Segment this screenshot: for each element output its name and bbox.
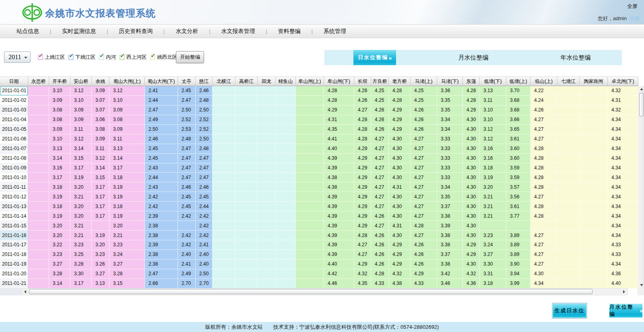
value-cell[interactable]: 4.29 <box>389 260 411 269</box>
value-cell[interactable] <box>213 105 235 115</box>
nav-item-1[interactable]: 站点信息 <box>6 28 50 35</box>
value-cell[interactable]: 3.33 <box>437 134 463 144</box>
value-cell[interactable]: 2.38 <box>145 260 178 269</box>
value-cell[interactable]: 4.35 <box>324 125 354 134</box>
date-cell[interactable]: 2011-01-08 <box>0 154 28 163</box>
value-cell[interactable]: 3.13 <box>92 279 109 289</box>
value-cell[interactable]: 3.16 <box>480 144 506 154</box>
date-cell[interactable]: 2011-01-12 <box>0 192 28 202</box>
value-cell[interactable] <box>28 279 49 289</box>
value-cell[interactable]: 4.29 <box>354 182 371 192</box>
value-cell[interactable]: 3.21 <box>109 231 145 240</box>
value-cell[interactable]: 3.06 <box>92 115 109 125</box>
value-cell[interactable]: 4.26 <box>411 125 437 134</box>
value-cell[interactable]: 4.30 <box>463 154 480 163</box>
value-cell[interactable]: 2.38 <box>145 231 178 240</box>
value-cell[interactable]: 3.21 <box>480 211 506 221</box>
value-cell[interactable] <box>235 163 258 173</box>
value-cell[interactable] <box>235 105 258 115</box>
value-cell[interactable]: 2.50 <box>196 134 213 144</box>
value-cell[interactable] <box>296 231 324 240</box>
value-cell[interactable] <box>28 260 49 269</box>
value-cell[interactable]: 2.52 <box>196 125 213 134</box>
value-cell[interactable]: 4.26 <box>371 260 389 269</box>
value-cell[interactable] <box>557 269 580 279</box>
value-cell[interactable]: 4.30 <box>389 134 411 144</box>
value-cell[interactable]: 4.30 <box>389 173 411 182</box>
value-cell[interactable] <box>235 96 258 105</box>
value-cell[interactable]: 3.20 <box>92 240 109 250</box>
value-cell[interactable] <box>258 154 276 163</box>
value-cell[interactable]: 4.34 <box>530 279 557 289</box>
value-cell[interactable] <box>557 144 580 154</box>
value-cell[interactable] <box>258 182 276 192</box>
value-cell[interactable]: 3.14 <box>92 163 109 173</box>
value-cell[interactable]: 4.30 <box>389 144 411 154</box>
value-cell[interactable] <box>235 192 258 202</box>
value-cell[interactable] <box>557 154 580 163</box>
year-select[interactable]: 2011 <box>4 52 31 63</box>
value-cell[interactable] <box>557 163 580 173</box>
value-cell[interactable]: 3.94 <box>506 269 530 279</box>
value-cell[interactable] <box>28 240 49 250</box>
value-cell[interactable] <box>28 134 49 144</box>
value-cell[interactable]: 2.66 <box>145 279 178 289</box>
value-cell[interactable]: 3.14 <box>49 279 70 289</box>
value-cell[interactable]: 3.30 <box>480 260 506 269</box>
checkbox-checked-icon[interactable]: ✓ <box>150 55 155 60</box>
scroll-left-icon[interactable] <box>22 289 29 295</box>
value-cell[interactable]: 4.30 <box>463 163 480 173</box>
value-cell[interactable]: 2.49 <box>145 115 178 125</box>
value-cell[interactable] <box>235 269 258 279</box>
value-cell[interactable] <box>580 86 608 96</box>
value-cell[interactable]: 4.29 <box>389 250 411 260</box>
date-cell[interactable]: 2011-01-21 <box>0 279 28 289</box>
date-cell[interactable]: 2011-01-10 <box>0 173 28 182</box>
value-cell[interactable]: 2.50 <box>196 269 213 279</box>
value-cell[interactable] <box>480 221 506 231</box>
value-cell[interactable]: 2.44 <box>196 202 213 211</box>
scroll-right-icon[interactable] <box>621 289 627 295</box>
value-cell[interactable]: 3.11 <box>70 125 92 134</box>
value-cell[interactable]: 4.38 <box>324 173 354 182</box>
value-cell[interactable]: 4.29 <box>389 105 411 115</box>
value-cell[interactable]: 4.36 <box>608 269 638 279</box>
value-cell[interactable]: 4.27 <box>530 125 557 134</box>
value-cell[interactable] <box>213 115 235 125</box>
value-cell[interactable]: 4.27 <box>530 134 557 144</box>
value-cell[interactable]: 4.28 <box>389 86 411 96</box>
checkbox-checked-icon[interactable]: ✓ <box>68 55 74 60</box>
value-cell[interactable]: 3.24 <box>109 250 145 260</box>
value-cell[interactable]: 3.15 <box>109 279 145 289</box>
date-cell[interactable]: 2011-01-09 <box>0 163 28 173</box>
value-cell[interactable]: 3.33 <box>437 154 463 163</box>
value-cell[interactable]: 4.30 <box>463 221 480 231</box>
value-cell[interactable] <box>580 105 608 115</box>
value-cell[interactable] <box>296 240 324 250</box>
value-cell[interactable]: 3.19 <box>49 192 70 202</box>
value-cell[interactable]: 2.41 <box>145 86 178 96</box>
value-cell[interactable]: 3.33 <box>437 144 463 154</box>
value-cell[interactable] <box>296 125 324 134</box>
checkbox-checked-icon[interactable]: ✓ <box>120 55 125 60</box>
value-cell[interactable]: 3.38 <box>437 240 463 250</box>
value-cell[interactable] <box>258 260 276 269</box>
value-cell[interactable]: 3.23 <box>49 250 70 260</box>
value-cell[interactable]: 4.28 <box>354 231 371 240</box>
value-cell[interactable]: 2.38 <box>145 250 178 260</box>
value-cell[interactable]: 3.12 <box>109 86 145 96</box>
value-cell[interactable]: 4.28 <box>411 221 437 231</box>
value-cell[interactable]: 2.38 <box>145 221 178 231</box>
value-cell[interactable]: 4.27 <box>371 144 389 154</box>
value-cell[interactable]: 4.27 <box>411 202 437 211</box>
value-cell[interactable]: 4.34 <box>608 192 638 202</box>
value-cell[interactable]: 4.42 <box>324 269 354 279</box>
value-cell[interactable]: 4.27 <box>371 154 389 163</box>
value-cell[interactable]: 3.20 <box>70 182 92 192</box>
value-cell[interactable]: 4.28 <box>530 173 557 182</box>
value-cell[interactable]: 3.24 <box>480 240 506 250</box>
value-cell[interactable]: 2.47 <box>145 105 178 115</box>
value-cell[interactable] <box>296 221 324 231</box>
value-cell[interactable]: 2.46 <box>145 134 178 144</box>
value-cell[interactable]: 2.43 <box>145 182 178 192</box>
